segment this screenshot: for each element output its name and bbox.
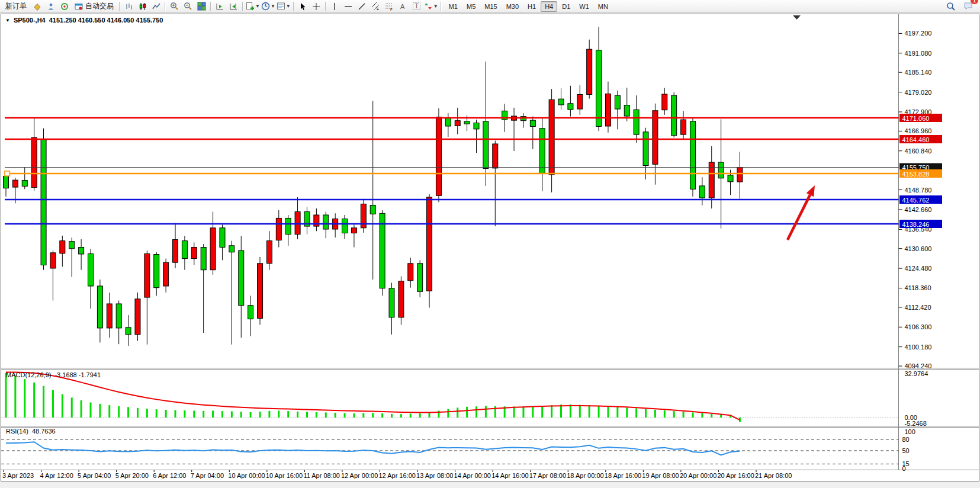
svg-text:4100.180: 4100.180 bbox=[905, 343, 932, 351]
svg-text:7 Apr 04:00: 7 Apr 04:00 bbox=[191, 472, 224, 479]
svg-text:5 Apr 20:00: 5 Apr 20:00 bbox=[115, 472, 149, 479]
svg-text:4138.246: 4138.246 bbox=[902, 221, 930, 228]
svg-text:12 Apr 00:00: 12 Apr 00:00 bbox=[341, 472, 378, 479]
vertical-line-tool-icon[interactable] bbox=[328, 0, 342, 12]
cursor-icon[interactable] bbox=[296, 0, 310, 12]
text-label-tool-icon[interactable]: T bbox=[410, 0, 423, 12]
svg-text:4166.960: 4166.960 bbox=[905, 127, 932, 134]
svg-text:4124.480: 4124.480 bbox=[905, 265, 932, 272]
horizontal-line-tool-icon[interactable] bbox=[342, 0, 355, 12]
svg-text:4112.420: 4112.420 bbox=[905, 304, 931, 311]
svg-text:4153.828: 4153.828 bbox=[902, 171, 930, 178]
svg-text:20 Apr 00:00: 20 Apr 00:00 bbox=[680, 472, 716, 479]
svg-text:5 Apr 04:00: 5 Apr 04:00 bbox=[78, 472, 111, 479]
svg-text:4197.200: 4197.200 bbox=[905, 30, 932, 37]
svg-text:4130.600: 4130.600 bbox=[905, 245, 932, 252]
svg-text:F: F bbox=[390, 8, 393, 11]
svg-text:4 Apr 12:00: 4 Apr 12:00 bbox=[40, 472, 73, 479]
search-icon[interactable] bbox=[944, 0, 957, 12]
toolbar: 新订单 自动交易 bbox=[0, 0, 980, 13]
toolbar-separator bbox=[325, 2, 326, 11]
dropdown-caret-icon: ▼ bbox=[433, 4, 438, 9]
svg-text:A: A bbox=[400, 3, 405, 10]
toolbar-separator bbox=[293, 2, 294, 11]
channel-tool-icon[interactable]: E bbox=[369, 0, 383, 12]
notifications-chat-icon[interactable]: 1 bbox=[961, 0, 975, 12]
svg-text:4164.460: 4164.460 bbox=[902, 136, 930, 143]
svg-text:80: 80 bbox=[902, 436, 910, 443]
svg-text:11 Apr 08:00: 11 Apr 08:00 bbox=[303, 472, 340, 479]
tf-button-m15[interactable]: M15 bbox=[480, 1, 501, 12]
bar-chart-icon[interactable] bbox=[122, 0, 136, 12]
zoom-out-icon[interactable] bbox=[181, 0, 195, 12]
tf-button-m30[interactable]: M30 bbox=[502, 1, 523, 12]
dropdown-caret-icon: ▼ bbox=[255, 4, 260, 9]
svg-text:21 Apr 08:00: 21 Apr 08:00 bbox=[755, 472, 792, 479]
svg-text:32.9764: 32.9764 bbox=[905, 370, 928, 377]
tf-button-mn[interactable]: MN bbox=[594, 1, 612, 12]
svg-text:E: E bbox=[377, 7, 379, 11]
terminal-window: 新订单 自动交易 bbox=[0, 0, 980, 488]
templates-button[interactable]: ▼ bbox=[276, 0, 291, 12]
toolbar-separator bbox=[210, 2, 211, 11]
tf-button-d1[interactable]: D1 bbox=[558, 1, 574, 12]
arrows-tool-icon[interactable]: ▼ bbox=[423, 0, 439, 12]
svg-text:4142.660: 4142.660 bbox=[905, 206, 932, 213]
auto-trading-button[interactable]: 自动交易 bbox=[71, 0, 117, 12]
svg-text:20 Apr 16:00: 20 Apr 16:00 bbox=[717, 472, 754, 479]
svg-text:4106.300: 4106.300 bbox=[905, 323, 932, 330]
fibonacci-tool-icon[interactable]: F bbox=[383, 0, 396, 12]
svg-text:4118.360: 4118.360 bbox=[905, 284, 931, 291]
terminal-icon bbox=[75, 2, 83, 11]
dropdown-caret-icon: ▼ bbox=[271, 4, 275, 9]
text-tool-icon[interactable]: A bbox=[396, 0, 410, 12]
svg-text:4179.020: 4179.020 bbox=[905, 89, 932, 96]
toolbar-separator bbox=[165, 2, 166, 11]
periods-clock-button[interactable]: ▼ bbox=[261, 0, 276, 12]
time-axis: 3 Apr 20234 Apr 12:005 Apr 04:005 Apr 20… bbox=[2, 470, 792, 479]
toolbar-separator bbox=[441, 2, 442, 11]
svg-text:14 Apr 16:00: 14 Apr 16:00 bbox=[491, 472, 528, 479]
svg-text:-5.2468: -5.2468 bbox=[905, 420, 927, 427]
svg-text:4148.780: 4148.780 bbox=[905, 187, 932, 194]
tf-button-m5[interactable]: M5 bbox=[462, 1, 480, 12]
trendline-tool-icon[interactable] bbox=[355, 0, 369, 12]
tf-button-m1[interactable]: M1 bbox=[445, 1, 462, 12]
svg-text:4160.840: 4160.840 bbox=[905, 147, 932, 155]
candlestick-chart-icon[interactable] bbox=[136, 0, 149, 12]
market-watch-icon[interactable] bbox=[44, 0, 57, 12]
svg-text:50: 50 bbox=[902, 447, 910, 454]
svg-text:4145.762: 4145.762 bbox=[902, 197, 930, 204]
new-order-button[interactable]: 新订单 bbox=[2, 0, 30, 12]
crosshair-icon[interactable] bbox=[310, 0, 323, 12]
svg-text:6 Apr 12:00: 6 Apr 12:00 bbox=[153, 472, 186, 479]
tile-windows-icon[interactable] bbox=[195, 0, 208, 12]
toolbar-separator bbox=[242, 2, 243, 11]
svg-text:14 Apr 00:00: 14 Apr 00:00 bbox=[454, 472, 491, 479]
svg-text:18 Apr 00:00: 18 Apr 00:00 bbox=[567, 472, 603, 479]
svg-text:100: 100 bbox=[905, 428, 915, 435]
tf-button-w1[interactable]: W1 bbox=[575, 1, 593, 12]
svg-text:4094.240: 4094.240 bbox=[905, 362, 932, 370]
auto-scroll-icon[interactable] bbox=[213, 0, 227, 12]
line-chart-icon[interactable] bbox=[149, 0, 163, 12]
tf-button-h1[interactable]: H1 bbox=[523, 1, 540, 12]
tf-button-h4[interactable]: H4 bbox=[541, 1, 557, 12]
svg-text:18 Apr 16:00: 18 Apr 16:00 bbox=[605, 472, 641, 479]
chart-shift-icon[interactable] bbox=[227, 0, 240, 12]
new-chart-button[interactable]: ▼ bbox=[245, 0, 261, 12]
chart-canvas[interactable]: 4197.2004191.0804185.1404179.0204172.900… bbox=[0, 0, 980, 488]
svg-text:13 Apr 08:00: 13 Apr 08:00 bbox=[416, 472, 453, 479]
zoom-in-icon[interactable] bbox=[168, 0, 181, 12]
toolbar-separator bbox=[119, 2, 120, 11]
profiles-icon[interactable] bbox=[30, 0, 44, 12]
svg-text:4185.140: 4185.140 bbox=[905, 69, 932, 76]
navigator-icon[interactable] bbox=[57, 0, 71, 12]
svg-text:17 Apr 08:00: 17 Apr 08:00 bbox=[529, 472, 566, 479]
svg-text:3 Apr 2023: 3 Apr 2023 bbox=[2, 472, 34, 479]
notification-badge: 1 bbox=[971, 0, 978, 4]
svg-text:12 Apr 16:00: 12 Apr 16:00 bbox=[379, 472, 416, 479]
svg-text:4171.060: 4171.060 bbox=[902, 115, 930, 122]
svg-text:10 Apr 00:00: 10 Apr 00:00 bbox=[228, 472, 265, 479]
svg-text:T: T bbox=[415, 3, 418, 9]
